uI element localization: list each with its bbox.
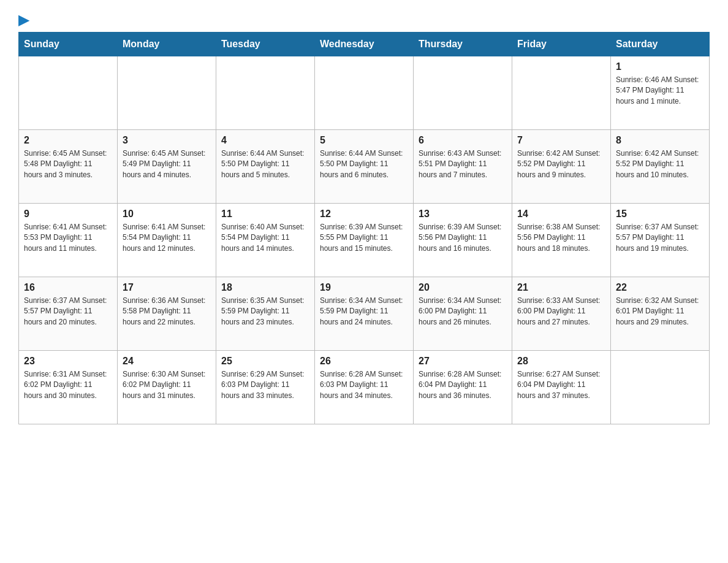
calendar-cell bbox=[414, 56, 512, 130]
column-header-friday: Friday bbox=[512, 33, 611, 56]
day-info: Sunrise: 6:31 AM Sunset: 6:02 PM Dayligh… bbox=[24, 369, 112, 401]
day-info: Sunrise: 6:34 AM Sunset: 5:59 PM Dayligh… bbox=[320, 296, 408, 327]
calendar-cell: 9Sunrise: 6:41 AM Sunset: 5:53 PM Daylig… bbox=[19, 204, 118, 277]
calendar-cell: 3Sunrise: 6:45 AM Sunset: 5:49 PM Daylig… bbox=[118, 130, 216, 204]
day-number: 17 bbox=[123, 282, 211, 293]
calendar-cell: 1Sunrise: 6:46 AM Sunset: 5:47 PM Daylig… bbox=[611, 56, 710, 130]
day-number: 4 bbox=[221, 135, 309, 146]
calendar-cell: 12Sunrise: 6:39 AM Sunset: 5:55 PM Dayli… bbox=[315, 204, 414, 277]
day-number: 19 bbox=[320, 282, 408, 293]
day-info: Sunrise: 6:46 AM Sunset: 5:47 PM Dayligh… bbox=[616, 75, 704, 107]
day-number: 28 bbox=[517, 356, 605, 367]
day-number: 22 bbox=[616, 282, 704, 293]
calendar-cell: 10Sunrise: 6:41 AM Sunset: 5:54 PM Dayli… bbox=[118, 204, 216, 277]
calendar-cell: 25Sunrise: 6:29 AM Sunset: 6:03 PM Dayli… bbox=[216, 351, 315, 424]
column-header-saturday: Saturday bbox=[611, 33, 710, 56]
day-info: Sunrise: 6:33 AM Sunset: 6:00 PM Dayligh… bbox=[517, 296, 605, 327]
day-info: Sunrise: 6:42 AM Sunset: 5:52 PM Dayligh… bbox=[616, 148, 704, 180]
day-number: 21 bbox=[517, 282, 605, 293]
calendar-cell bbox=[118, 56, 216, 130]
day-info: Sunrise: 6:30 AM Sunset: 6:02 PM Dayligh… bbox=[123, 369, 211, 401]
day-number: 15 bbox=[616, 209, 704, 220]
calendar-cell: 8Sunrise: 6:42 AM Sunset: 5:52 PM Daylig… bbox=[611, 130, 710, 204]
calendar-cell bbox=[611, 351, 710, 424]
day-info: Sunrise: 6:36 AM Sunset: 5:58 PM Dayligh… bbox=[123, 296, 211, 327]
day-info: Sunrise: 6:29 AM Sunset: 6:03 PM Dayligh… bbox=[221, 369, 309, 401]
day-number: 8 bbox=[616, 135, 704, 146]
column-header-tuesday: Tuesday bbox=[216, 33, 315, 56]
day-number: 20 bbox=[419, 282, 507, 293]
day-info: Sunrise: 6:27 AM Sunset: 6:04 PM Dayligh… bbox=[517, 369, 605, 401]
day-number: 5 bbox=[320, 135, 408, 146]
day-info: Sunrise: 6:42 AM Sunset: 5:52 PM Dayligh… bbox=[517, 148, 605, 180]
day-info: Sunrise: 6:34 AM Sunset: 6:00 PM Dayligh… bbox=[419, 296, 507, 327]
calendar-cell: 11Sunrise: 6:40 AM Sunset: 5:54 PM Dayli… bbox=[216, 204, 315, 277]
day-info: Sunrise: 6:37 AM Sunset: 5:57 PM Dayligh… bbox=[616, 222, 704, 254]
day-info: Sunrise: 6:45 AM Sunset: 5:49 PM Dayligh… bbox=[123, 148, 211, 180]
column-header-thursday: Thursday bbox=[414, 33, 512, 56]
calendar-header-row: SundayMondayTuesdayWednesdayThursdayFrid… bbox=[19, 33, 710, 56]
day-number: 1 bbox=[616, 61, 704, 72]
calendar-cell: 14Sunrise: 6:38 AM Sunset: 5:56 PM Dayli… bbox=[512, 204, 611, 277]
day-info: Sunrise: 6:37 AM Sunset: 5:57 PM Dayligh… bbox=[24, 296, 112, 327]
day-number: 23 bbox=[24, 356, 112, 367]
day-number: 16 bbox=[24, 282, 112, 293]
day-number: 14 bbox=[517, 209, 605, 220]
day-info: Sunrise: 6:38 AM Sunset: 5:56 PM Dayligh… bbox=[517, 222, 605, 254]
calendar-week-row: 1Sunrise: 6:46 AM Sunset: 5:47 PM Daylig… bbox=[19, 56, 710, 130]
page-header: ▶ bbox=[18, 12, 710, 26]
day-info: Sunrise: 6:44 AM Sunset: 5:50 PM Dayligh… bbox=[320, 148, 408, 180]
calendar-cell: 2Sunrise: 6:45 AM Sunset: 5:48 PM Daylig… bbox=[19, 130, 118, 204]
calendar-cell: 7Sunrise: 6:42 AM Sunset: 5:52 PM Daylig… bbox=[512, 130, 611, 204]
logo-blue-text: ▶ bbox=[18, 12, 29, 28]
calendar-cell: 20Sunrise: 6:34 AM Sunset: 6:00 PM Dayli… bbox=[414, 277, 512, 351]
calendar-cell bbox=[512, 56, 611, 130]
calendar-cell: 5Sunrise: 6:44 AM Sunset: 5:50 PM Daylig… bbox=[315, 130, 414, 204]
calendar-week-row: 2Sunrise: 6:45 AM Sunset: 5:48 PM Daylig… bbox=[19, 130, 710, 204]
day-number: 7 bbox=[517, 135, 605, 146]
day-info: Sunrise: 6:40 AM Sunset: 5:54 PM Dayligh… bbox=[221, 222, 309, 254]
day-info: Sunrise: 6:39 AM Sunset: 5:55 PM Dayligh… bbox=[320, 222, 408, 254]
day-info: Sunrise: 6:45 AM Sunset: 5:48 PM Dayligh… bbox=[24, 148, 112, 180]
calendar-cell: 27Sunrise: 6:28 AM Sunset: 6:04 PM Dayli… bbox=[414, 351, 512, 424]
logo: ▶ bbox=[18, 12, 29, 26]
calendar-week-row: 23Sunrise: 6:31 AM Sunset: 6:02 PM Dayli… bbox=[19, 351, 710, 424]
day-number: 26 bbox=[320, 356, 408, 367]
day-number: 27 bbox=[419, 356, 507, 367]
day-number: 18 bbox=[221, 282, 309, 293]
day-number: 6 bbox=[419, 135, 507, 146]
calendar-cell: 28Sunrise: 6:27 AM Sunset: 6:04 PM Dayli… bbox=[512, 351, 611, 424]
calendar-week-row: 16Sunrise: 6:37 AM Sunset: 5:57 PM Dayli… bbox=[19, 277, 710, 351]
column-header-wednesday: Wednesday bbox=[315, 33, 414, 56]
day-info: Sunrise: 6:41 AM Sunset: 5:54 PM Dayligh… bbox=[123, 222, 211, 254]
calendar-cell: 16Sunrise: 6:37 AM Sunset: 5:57 PM Dayli… bbox=[19, 277, 118, 351]
day-number: 9 bbox=[24, 209, 112, 220]
calendar-cell: 6Sunrise: 6:43 AM Sunset: 5:51 PM Daylig… bbox=[414, 130, 512, 204]
calendar-table: SundayMondayTuesdayWednesdayThursdayFrid… bbox=[18, 32, 710, 424]
day-number: 13 bbox=[419, 209, 507, 220]
day-info: Sunrise: 6:28 AM Sunset: 6:03 PM Dayligh… bbox=[320, 369, 408, 401]
calendar-week-row: 9Sunrise: 6:41 AM Sunset: 5:53 PM Daylig… bbox=[19, 204, 710, 277]
calendar-cell: 21Sunrise: 6:33 AM Sunset: 6:00 PM Dayli… bbox=[512, 277, 611, 351]
day-info: Sunrise: 6:44 AM Sunset: 5:50 PM Dayligh… bbox=[221, 148, 309, 180]
day-number: 24 bbox=[123, 356, 211, 367]
day-info: Sunrise: 6:41 AM Sunset: 5:53 PM Dayligh… bbox=[24, 222, 112, 254]
calendar-cell bbox=[216, 56, 315, 130]
day-info: Sunrise: 6:35 AM Sunset: 5:59 PM Dayligh… bbox=[221, 296, 309, 327]
calendar-cell: 4Sunrise: 6:44 AM Sunset: 5:50 PM Daylig… bbox=[216, 130, 315, 204]
column-header-monday: Monday bbox=[118, 33, 216, 56]
day-info: Sunrise: 6:28 AM Sunset: 6:04 PM Dayligh… bbox=[419, 369, 507, 401]
day-info: Sunrise: 6:39 AM Sunset: 5:56 PM Dayligh… bbox=[419, 222, 507, 254]
day-number: 10 bbox=[123, 209, 211, 220]
calendar-cell: 19Sunrise: 6:34 AM Sunset: 5:59 PM Dayli… bbox=[315, 277, 414, 351]
calendar-cell: 17Sunrise: 6:36 AM Sunset: 5:58 PM Dayli… bbox=[118, 277, 216, 351]
day-info: Sunrise: 6:32 AM Sunset: 6:01 PM Dayligh… bbox=[616, 296, 704, 327]
day-number: 12 bbox=[320, 209, 408, 220]
day-number: 2 bbox=[24, 135, 112, 146]
calendar-cell: 23Sunrise: 6:31 AM Sunset: 6:02 PM Dayli… bbox=[19, 351, 118, 424]
day-number: 25 bbox=[221, 356, 309, 367]
day-number: 3 bbox=[123, 135, 211, 146]
calendar-cell: 22Sunrise: 6:32 AM Sunset: 6:01 PM Dayli… bbox=[611, 277, 710, 351]
calendar-cell bbox=[315, 56, 414, 130]
calendar-cell: 24Sunrise: 6:30 AM Sunset: 6:02 PM Dayli… bbox=[118, 351, 216, 424]
